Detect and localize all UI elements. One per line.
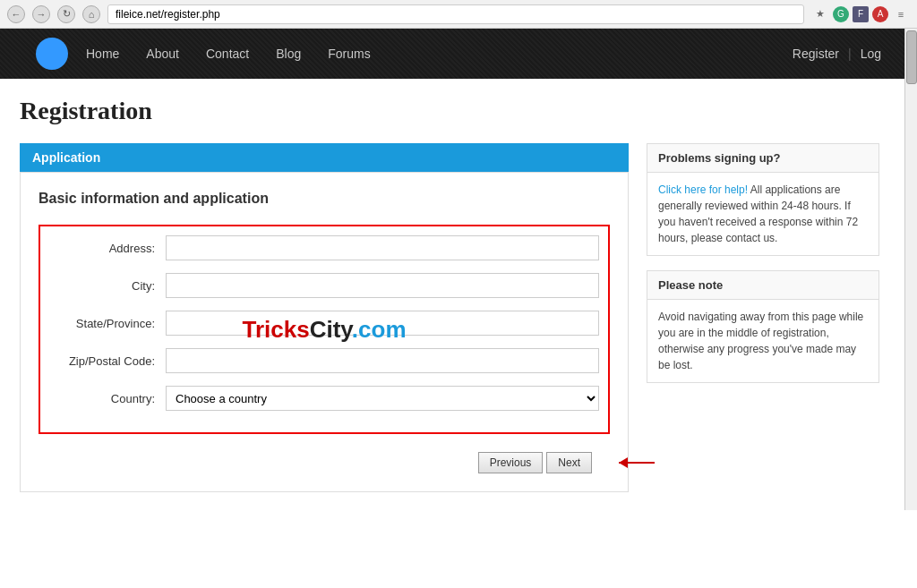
country-field-row: Country: Choose a country xyxy=(49,386,599,411)
page-title: Registration xyxy=(20,97,897,125)
application-header: Application xyxy=(20,143,629,172)
country-label: Country: xyxy=(49,392,166,405)
browser-toolbar-icons: ★ G F A ≡ xyxy=(811,5,910,23)
forward-button[interactable]: → xyxy=(32,5,50,23)
city-label: City: xyxy=(49,279,166,293)
main-layout: Application Basic information and applic… xyxy=(20,143,897,492)
address-field-row: Address: xyxy=(49,235,599,260)
arrow-line xyxy=(619,462,655,464)
watermark-overlay: TricksCity.com Address: City: xyxy=(39,225,610,434)
nav-home[interactable]: Home xyxy=(86,47,119,61)
please-note-content: Avoid navigating away from this page whi… xyxy=(647,300,878,382)
problems-box: Problems signing up? Click here for help… xyxy=(647,143,879,256)
zip-input[interactable] xyxy=(166,348,599,373)
city-field-row: City: xyxy=(49,273,599,298)
please-note-box: Please note Avoid navigating away from t… xyxy=(647,270,879,383)
form-subtitle: Basic information and application xyxy=(39,191,610,207)
nav-right: Register | Log xyxy=(793,47,881,61)
previous-button[interactable]: Previous xyxy=(478,452,544,473)
extension-icon-1[interactable]: G xyxy=(833,6,849,22)
nav-contact[interactable]: Contact xyxy=(206,47,249,61)
extension-icon-3[interactable]: A xyxy=(872,6,888,22)
refresh-button[interactable]: ↻ xyxy=(57,5,75,23)
sidebar: Problems signing up? Click here for help… xyxy=(647,143,879,397)
problems-title: Problems signing up? xyxy=(647,144,878,173)
problems-content: Click here for help! All applications ar… xyxy=(647,173,878,255)
watermark-com: .com xyxy=(352,316,407,343)
page-content: Registration Application Basic informati… xyxy=(2,79,915,510)
city-input[interactable] xyxy=(166,273,599,298)
site-logo xyxy=(36,38,68,70)
menu-icon[interactable]: ≡ xyxy=(892,5,910,23)
nav-login[interactable]: Log xyxy=(861,47,881,61)
zip-field-row: Zip/Postal Code: xyxy=(49,348,599,373)
nav-blog[interactable]: Blog xyxy=(276,47,301,61)
watermark-tricks: Tricks xyxy=(242,316,309,343)
back-button[interactable]: ← xyxy=(7,5,25,23)
home-button[interactable]: ⌂ xyxy=(82,5,100,23)
watermark-city: City xyxy=(310,316,352,343)
form-panel: Basic information and application Tricks… xyxy=(20,172,629,492)
help-link[interactable]: Click here for help! xyxy=(658,183,748,196)
nav-forums[interactable]: Forums xyxy=(328,47,370,61)
form-actions: Previous Next xyxy=(39,452,610,473)
arrow-annotation xyxy=(619,462,655,464)
state-label: State/Province: xyxy=(49,317,166,330)
extension-icon-2[interactable]: F xyxy=(853,6,869,22)
nav-bar: Home About Contact Blog Forums Register … xyxy=(0,29,917,79)
nav-register[interactable]: Register xyxy=(793,47,839,61)
please-note-title: Please note xyxy=(647,271,878,300)
url-bar[interactable]: fileice.net/register.php xyxy=(107,4,804,24)
next-button[interactable]: Next xyxy=(546,452,592,473)
scrollbar[interactable] xyxy=(904,29,917,510)
scrollbar-thumb[interactable] xyxy=(906,30,917,84)
nav-links: Home About Contact Blog Forums xyxy=(86,47,793,61)
watermark-text: TricksCity.com xyxy=(242,316,406,344)
nav-separator: | xyxy=(848,47,852,61)
country-select[interactable]: Choose a country xyxy=(166,386,599,411)
url-text: fileice.net/register.php xyxy=(116,8,220,21)
address-input[interactable] xyxy=(166,235,599,260)
browser-chrome: ← → ↻ ⌂ fileice.net/register.php ★ G F A… xyxy=(0,0,917,29)
zip-label: Zip/Postal Code: xyxy=(49,354,166,368)
nav-about[interactable]: About xyxy=(146,47,179,61)
form-section: Application Basic information and applic… xyxy=(20,143,629,492)
bookmark-star-icon[interactable]: ★ xyxy=(811,5,829,23)
address-label: Address: xyxy=(49,242,166,255)
